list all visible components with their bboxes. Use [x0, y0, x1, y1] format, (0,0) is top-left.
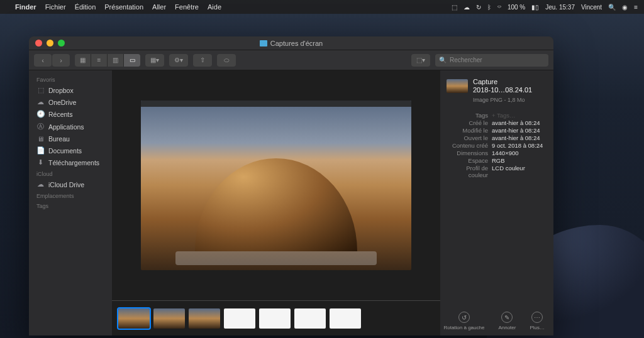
forward-button[interactable]: ›	[52, 54, 70, 67]
metadata-key: Profil de couleur	[447, 165, 492, 178]
close-button[interactable]	[35, 40, 42, 46]
sidebar-item-bureau[interactable]: 🖥Bureau	[29, 133, 112, 144]
dropbox-toolbar-button[interactable]: ⬚▾	[411, 54, 430, 67]
minimize-button[interactable]	[47, 40, 53, 46]
window-titlebar[interactable]: Captures d'écran	[29, 36, 553, 50]
sidebar-item-icon: ⬇	[36, 158, 45, 166]
thumbnail[interactable]	[153, 308, 185, 329]
app-menu[interactable]: Finder	[15, 3, 36, 11]
quick-action-rotation[interactable]: ↺Rotation à gauche	[443, 312, 484, 330]
metadata-value: 1440×900	[492, 150, 547, 156]
menu-fenetre[interactable]: Fenêtre	[175, 3, 199, 11]
action-icon: ↺	[458, 312, 470, 323]
action-button[interactable]: ⚙▾	[169, 54, 188, 67]
thumbnail[interactable]	[259, 308, 291, 329]
sidebar-item-icon: ☁	[36, 98, 45, 106]
sidebar-item-icon: 🖥	[36, 135, 45, 143]
sidebar-item-icon: 🕘	[36, 110, 45, 118]
share-button[interactable]: ⇧	[193, 54, 212, 67]
dropbox-menu-icon[interactable]: ⬚	[452, 4, 457, 11]
thumbnail[interactable]	[224, 308, 255, 329]
sidebar-item-label: Téléchargements	[48, 159, 99, 166]
metadata-row: Dimensions1440×900	[447, 150, 547, 156]
sidebar-item-applications[interactable]: ⒶApplications	[29, 120, 112, 133]
sidebar-section-label: iCloud	[29, 168, 112, 178]
sidebar-item-label: Dropbox	[48, 87, 74, 94]
sidebar-item-icon: Ⓐ	[36, 122, 45, 131]
menu-edition[interactable]: Édition	[75, 3, 96, 11]
menu-presentation[interactable]: Présentation	[104, 3, 143, 11]
thumbnail[interactable]	[118, 308, 150, 329]
metadata-row: Contenu créé9 oct. 2018 à 08:24	[447, 142, 547, 149]
thumbnail[interactable]	[189, 308, 220, 329]
sidebar: Favoris⬚Dropbox☁OneDrive🕘RécentsⒶApplica…	[29, 70, 112, 335]
sidebar-item-label: Documents	[48, 147, 82, 155]
sidebar-item-label: Applications	[48, 123, 84, 131]
window-title: Captures d'écran	[270, 40, 323, 47]
search-icon: 🔍	[439, 57, 447, 63]
search-placeholder: Rechercher	[450, 57, 482, 63]
clock[interactable]: Jeu. 15:37	[545, 4, 575, 11]
thumbnail[interactable]	[294, 308, 326, 329]
finder-window: Captures d'écran ‹ › ▦ ≡ ▥ ▭ ▦▾ ⚙▾ ⇧ ⬭ ⬚…	[29, 36, 553, 335]
metadata-key: Ouvert le	[447, 134, 492, 141]
info-thumbnail	[447, 79, 468, 93]
metadata-key: Tags	[447, 112, 492, 119]
sidebar-item-label: iCloud Drive	[48, 181, 84, 188]
sidebar-item-dropbox[interactable]: ⬚Dropbox	[29, 84, 112, 96]
battery-status[interactable]: 100 %	[508, 4, 525, 11]
bluetooth-menu-icon[interactable]: ᛒ	[487, 4, 491, 11]
sidebar-item-documents[interactable]: 📄Documents	[29, 144, 112, 156]
arrange-button[interactable]: ▦▾	[145, 54, 164, 67]
view-column-button[interactable]: ▥	[108, 54, 124, 67]
metadata-value: avant-hier à 08:24	[492, 119, 547, 126]
quick-action-annoter[interactable]: ✎Annoter	[498, 312, 516, 330]
file-name-line1: Capture	[473, 78, 532, 86]
back-button[interactable]: ‹	[34, 54, 52, 67]
action-icon: ⋯	[531, 312, 543, 323]
user-name[interactable]: Vincent	[581, 4, 602, 11]
metadata-key: Espace	[447, 157, 492, 164]
sidebar-item-récents[interactable]: 🕘Récents	[29, 108, 112, 120]
metadata-value: avant-hier à 08:24	[492, 134, 547, 141]
sidebar-item-téléchargements[interactable]: ⬇Téléchargements	[29, 156, 112, 168]
sidebar-item-icon: ☁	[36, 180, 45, 188]
view-icon-button[interactable]: ▦	[75, 54, 91, 67]
metadata-row: EspaceRGB	[447, 157, 547, 164]
spotlight-icon[interactable]: 🔍	[608, 4, 616, 11]
quick-action-plus…[interactable]: ⋯Plus…	[530, 312, 545, 330]
menu-fichier[interactable]: Fichier	[45, 3, 66, 11]
metadata-key: Créé le	[447, 119, 492, 126]
preview-area	[112, 70, 440, 300]
view-list-button[interactable]: ≡	[91, 54, 108, 67]
preview-image[interactable]	[141, 101, 411, 270]
quick-actions: ↺Rotation à gauche✎Annoter⋯Plus…	[443, 312, 545, 330]
menu-aller[interactable]: Aller	[152, 3, 166, 11]
timemachine-menu-icon[interactable]: ↻	[476, 4, 481, 11]
sidebar-item-onedrive[interactable]: ☁OneDrive	[29, 96, 112, 108]
content-area	[112, 70, 440, 335]
menu-aide[interactable]: Aide	[208, 3, 221, 11]
thumbnail-strip	[112, 300, 440, 335]
sidebar-item-label: Récents	[48, 111, 73, 118]
notification-center-icon[interactable]: ≡	[634, 4, 638, 11]
metadata-value[interactable]: + Tags…	[492, 112, 547, 119]
info-panel: Capture 2018-10…08.24.01 Image PNG - 1,8…	[440, 70, 553, 335]
action-label: Rotation à gauche	[443, 325, 484, 330]
sidebar-item-icloud-drive[interactable]: ☁iCloud Drive	[29, 178, 112, 190]
metadata-value: 9 oct. 2018 à 08:24	[492, 142, 547, 149]
metadata-value: avant-hier à 08:24	[492, 127, 547, 134]
file-kind: Image PNG - 1,8 Mo	[473, 97, 547, 103]
maximize-button[interactable]	[58, 40, 65, 46]
view-gallery-button[interactable]: ▭	[124, 54, 140, 67]
tags-button[interactable]: ⬭	[217, 54, 236, 67]
thumbnail[interactable]	[330, 308, 361, 329]
view-mode-segment: ▦ ≡ ▥ ▭	[75, 54, 140, 67]
wifi-menu-icon[interactable]: ⌔	[497, 4, 501, 11]
action-label: Plus…	[530, 325, 545, 330]
traffic-lights	[35, 40, 65, 46]
siri-icon[interactable]: ◉	[622, 4, 628, 11]
search-field[interactable]: 🔍 Rechercher	[435, 54, 548, 67]
metadata-row: Créé leavant-hier à 08:24	[447, 119, 547, 126]
cloud-menu-icon[interactable]: ☁	[464, 4, 470, 11]
